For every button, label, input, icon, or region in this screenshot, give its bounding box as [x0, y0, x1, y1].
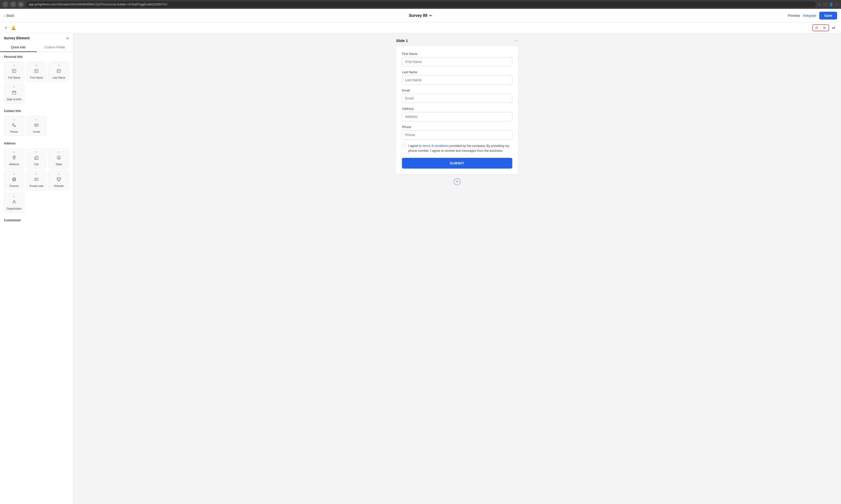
last-name-icon [56, 69, 61, 75]
browser-chrome: ‹ › ↻ ☆ ⬛ 👤 ⋮ [0, 0, 841, 9]
last-name-input[interactable] [402, 75, 512, 85]
back-arrow-icon: ‹ [4, 14, 5, 18]
terms-checkbox[interactable] [402, 144, 406, 148]
add-slide-button[interactable]: + [396, 178, 518, 185]
first-name-label: First Name [30, 76, 43, 79]
address-form-label: Address [402, 107, 512, 110]
website-label: Website [54, 184, 64, 187]
element-date-of-birth[interactable]: ⠿ Date of birth [4, 84, 24, 104]
svg-rect-18 [58, 158, 59, 159]
drag-dots: ⠿ [13, 151, 15, 154]
preview-button[interactable]: Preview [788, 14, 800, 18]
notifications-btn[interactable]: 🔔 [10, 24, 17, 31]
url-bar[interactable] [26, 1, 816, 7]
svg-rect-3 [35, 69, 38, 73]
toolbar-left: + 🔔 [4, 24, 17, 31]
full-name-label: Full Name [8, 76, 20, 79]
undo-button[interactable]: ↺ [813, 25, 821, 31]
element-phone[interactable]: ⠿ Phone [4, 116, 24, 136]
personal-info-grid: ⠿ Full Name ⠿ First Name ⠿ Last Name [0, 62, 73, 106]
svg-rect-15 [35, 157, 36, 159]
email-input[interactable] [402, 94, 512, 103]
email-form-label: Email [402, 89, 512, 92]
email-icon [34, 123, 39, 129]
date-of-birth-label: Date of birth [7, 98, 21, 101]
terms-text: I agree to terms & conditions provided b… [408, 143, 512, 153]
svg-point-14 [14, 157, 15, 158]
country-label: Country [10, 184, 19, 187]
other-grid: ⠿ Organization [0, 193, 73, 216]
back-label: Back [6, 14, 14, 18]
postal-code-icon [34, 177, 39, 183]
element-first-name[interactable]: ⠿ First Name [26, 62, 47, 82]
integrate-button[interactable]: Integrate [803, 14, 816, 18]
address-icon [12, 155, 17, 161]
element-country[interactable]: ⠿ Country [4, 170, 24, 190]
element-email[interactable]: ⠿ Email [26, 116, 47, 136]
phone-form-label: Phone [402, 125, 512, 129]
save-button[interactable]: Save [819, 12, 837, 19]
layout-settings-btn[interactable]: ⇄ [830, 24, 837, 31]
city-icon [34, 155, 39, 161]
first-name-input[interactable] [402, 57, 512, 66]
drag-dots: ⠿ [35, 151, 37, 154]
phone-input[interactable] [402, 130, 512, 140]
element-website[interactable]: ⠿ Website [49, 170, 69, 190]
first-name-icon [34, 69, 39, 75]
extensions-icon: ⬛ [823, 2, 827, 6]
section-address: Address [0, 139, 73, 148]
forward-nav-btn[interactable]: › [10, 1, 16, 7]
drag-dots: ⠿ [58, 65, 60, 67]
add-circle-icon: + [454, 178, 461, 185]
survey-title: Survey 89 [409, 14, 427, 18]
element-postal-code[interactable]: ⠿ Postal code [26, 170, 47, 190]
customized-title: Customized [4, 219, 69, 222]
form-group-address: Address [402, 107, 512, 121]
undo-redo-group: ↺ ↻ [812, 24, 829, 31]
tab-custom-fields[interactable]: Custom Fields [37, 43, 73, 52]
element-address[interactable]: ⠿ Address [4, 148, 24, 168]
sidebar-close-button[interactable]: ✕ [66, 36, 69, 41]
slide-card: First Name Last Name Email Address Phone [396, 46, 518, 175]
main-layout: Survey Element ✕ Quick Add Custom Fields… [0, 33, 841, 504]
edit-title-icon[interactable]: ✏ [429, 14, 432, 18]
address-input[interactable] [402, 112, 512, 121]
drag-dots: ⠿ [35, 173, 37, 175]
back-button[interactable]: ‹ Back [4, 14, 14, 18]
tab-quick-add[interactable]: Quick Add [0, 43, 37, 52]
sidebar-title: Survey Element [4, 36, 30, 40]
drag-dots: ⠿ [13, 173, 15, 175]
header-title-group: Survey 89 ✏ [409, 14, 432, 18]
terms-link[interactable]: terms & conditions [423, 144, 449, 148]
svg-rect-0 [13, 69, 16, 73]
add-element-btn[interactable]: + [4, 25, 8, 31]
section-customized: Customized [0, 216, 73, 226]
slide-menu-button[interactable]: ··· [515, 38, 518, 43]
element-full-name[interactable]: ⠿ Full Name [4, 62, 24, 82]
element-city[interactable]: ⠿ City [26, 148, 47, 168]
refresh-btn[interactable]: ↻ [18, 1, 24, 7]
drag-dots: ⠿ [35, 65, 37, 67]
star-icon: ☆ [818, 2, 821, 6]
back-nav-btn[interactable]: ‹ [2, 1, 8, 7]
form-group-first-name: First Name [402, 52, 512, 66]
redo-button[interactable]: ↻ [821, 25, 828, 31]
submit-button[interactable]: SUBMIT [402, 158, 512, 168]
element-last-name[interactable]: ⠿ Last Name [49, 62, 69, 82]
contact-info-grid: ⠿ Phone ⠿ Email [0, 116, 73, 139]
drag-dots: ⠿ [58, 151, 60, 154]
city-label: City [34, 163, 39, 166]
profile-icon: 👤 [829, 2, 833, 6]
svg-point-29 [14, 200, 15, 202]
postal-code-label: Postal code [30, 184, 43, 187]
canvas-area: Slide 1 ··· First Name Last Name Email [73, 33, 841, 504]
app-header: ‹ Back Survey 89 ✏ Preview Integrate Sav… [0, 9, 841, 22]
address-grid: ⠿ Address ⠿ City ⠿ State [0, 148, 73, 193]
first-name-form-label: First Name [402, 52, 512, 56]
drag-dots: ⠿ [35, 119, 37, 121]
sidebar: Survey Element ✕ Quick Add Custom Fields… [0, 33, 73, 504]
element-state[interactable]: ⠿ State [49, 148, 69, 168]
phone-icon [12, 123, 17, 129]
email-label: Email [33, 130, 40, 133]
element-organization[interactable]: ⠿ Organization [4, 193, 24, 213]
